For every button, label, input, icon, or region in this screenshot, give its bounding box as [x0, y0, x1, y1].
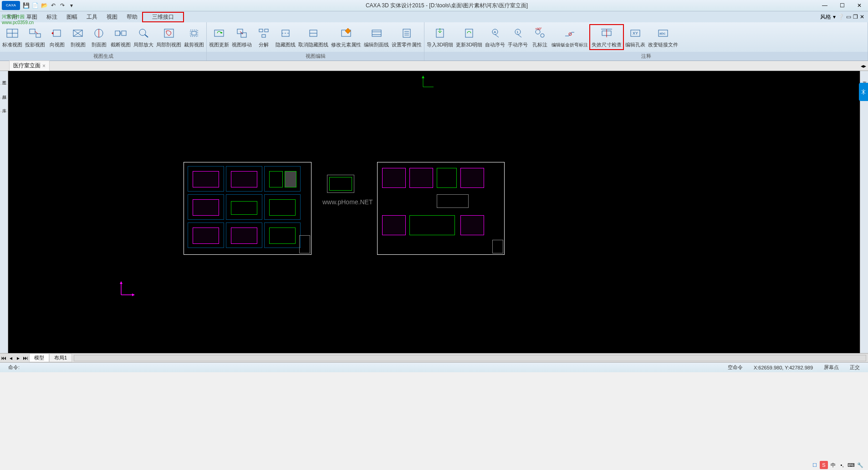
tab-view[interactable]: 视图 [102, 12, 122, 22]
save-icon[interactable]: 💾 [22, 1, 30, 10]
modify-attr-icon [339, 26, 353, 40]
direction-view-icon [50, 26, 64, 40]
hide-lines-button[interactable]: 隐藏图线 [274, 25, 297, 49]
ucs-origin-icon [117, 280, 136, 298]
tab-common[interactable]: 常用 [2, 12, 22, 22]
minimize-button[interactable]: — [818, 1, 832, 10]
nav-next-icon[interactable]: ▸ [15, 354, 22, 362]
change-link-button[interactable]: abc改变链接文件 [647, 25, 679, 49]
local-zoom-icon [136, 26, 151, 40]
svg-rect-14 [164, 29, 174, 37]
direction-view-button[interactable]: 向视图 [46, 25, 67, 49]
hole-dim-button[interactable]: +90°孔标注 [529, 25, 550, 49]
local-section-icon [162, 26, 176, 40]
drawing-sheet-2 [377, 162, 505, 255]
view-update-button[interactable]: 视图更新 [208, 25, 230, 49]
import-bom-button[interactable]: 导入3D明细 [425, 25, 454, 49]
left-tool-2[interactable]: 颜 [0, 85, 8, 98]
status-ortho[interactable]: 正交 [845, 364, 864, 371]
ribbon: 标准视图 投影视图 向视图 剖视图 剖面图 截断视图 局部放大 局部剖视图 裁剪… [0, 22, 868, 61]
style-dropdown-icon[interactable]: ▾ [833, 14, 836, 20]
svg-rect-16 [192, 31, 196, 35]
tab-tools[interactable]: 工具 [82, 12, 102, 22]
new-icon[interactable]: 📄 [31, 1, 39, 10]
redo-icon[interactable]: ↷ [58, 1, 66, 10]
ribbon-group-view-gen: 标准视图 投影视图 向视图 剖视图 剖面图 截断视图 局部放大 局部剖视图 裁剪… [0, 22, 207, 61]
break-view-button[interactable]: 截断视图 [109, 25, 132, 49]
invalid-dim-check-button[interactable]: 失效尺寸检查 [590, 25, 623, 49]
view-move-button[interactable]: 视图移动 [230, 25, 253, 49]
layout-tab-layout1[interactable]: 布局1 [49, 354, 72, 362]
part-attr-button[interactable]: 设置零件属性 [390, 25, 423, 49]
projection-view-button[interactable]: 投影视图 [24, 25, 46, 49]
manual-number-button[interactable]: 1手动序号 [506, 25, 529, 49]
open-icon[interactable]: 📂 [40, 1, 48, 10]
local-section-button[interactable]: 局部剖视图 [155, 25, 183, 49]
view-update-icon [212, 26, 226, 40]
mini-drawing [327, 175, 354, 193]
tab-3d-interface[interactable]: 三维接口 [142, 12, 184, 22]
layout-tab-model[interactable]: 模型 [29, 354, 49, 362]
section-plane-icon [92, 26, 106, 40]
svg-marker-59 [120, 281, 123, 284]
tab-sketch[interactable]: 草图 [22, 12, 42, 22]
close-button[interactable]: ✕ [853, 1, 866, 10]
svg-rect-15 [190, 30, 198, 36]
hole-dim-icon: +90° [532, 26, 547, 40]
auto-number-button[interactable]: A自动序号 [484, 25, 506, 49]
edit-hole-table-button[interactable]: XY编辑孔表 [624, 25, 647, 49]
svg-rect-4 [36, 34, 41, 37]
tab-frame[interactable]: 图幅 [62, 12, 82, 22]
hide-lines-icon [278, 26, 293, 40]
help-icon[interactable]: ❔ [837, 14, 844, 20]
local-zoom-button[interactable]: 局部放大 [132, 25, 155, 49]
status-screen-point[interactable]: 屏幕点 [819, 364, 843, 371]
horizontal-scrollbar[interactable] [74, 355, 866, 361]
svg-line-5 [35, 31, 38, 34]
style-label: 风格 [820, 13, 831, 21]
nav-prev-icon[interactable]: ◂ [7, 354, 15, 362]
crop-view-button[interactable]: 裁剪视图 [183, 25, 205, 49]
left-tool-3[interactable]: 库 [0, 98, 8, 112]
import-bom-icon [433, 26, 447, 40]
tab-annotation[interactable]: 标注 [42, 12, 62, 22]
svg-marker-56 [422, 76, 424, 78]
maximize-button[interactable]: ☐ [835, 1, 849, 10]
svg-rect-10 [115, 31, 120, 35]
section-view-button[interactable]: 剖视图 [67, 25, 88, 49]
standard-view-button[interactable]: 标准视图 [1, 25, 24, 49]
mdi-close-icon[interactable]: ✕ [860, 14, 864, 20]
drawing-viewport[interactable]: www.pHome.NET [8, 71, 860, 353]
svg-point-44 [541, 34, 544, 37]
invalid-dim-icon [599, 26, 614, 40]
explode-button[interactable]: 分解 [253, 25, 274, 49]
layout-nav: ⏮ ◂ ▸ ⏭ 模型 布局1 [0, 353, 868, 362]
part-attr-icon [399, 26, 414, 40]
manual-number-icon: 1 [511, 26, 525, 40]
tab-scroll-icon[interactable]: ◂▸ [861, 63, 868, 69]
nav-last-icon[interactable]: ⏭ [22, 354, 29, 362]
tab-help[interactable]: 帮助 [122, 12, 142, 22]
document-tab[interactable]: 医疗室立面 × [9, 61, 50, 71]
update-bom-icon [462, 26, 476, 40]
svg-point-12 [139, 29, 146, 35]
edit-hatch-button[interactable]: 编辑剖面线 [363, 25, 390, 49]
svg-text:XY: XY [633, 31, 638, 35]
side-flyout-handle[interactable] [859, 83, 868, 101]
undo-icon[interactable]: ↶ [49, 1, 57, 10]
left-tool-1[interactable]: 图 [0, 71, 8, 85]
change-link-icon: abc [656, 26, 670, 40]
svg-line-41 [518, 35, 521, 37]
edit-bend-button[interactable]: 编辑钣金折弯标注 [550, 25, 589, 49]
close-tab-icon[interactable]: × [42, 63, 46, 69]
nav-first-icon[interactable]: ⏮ [0, 354, 7, 362]
svg-text:A: A [494, 30, 496, 34]
mdi-restore-icon[interactable]: ❐ [853, 14, 858, 20]
update-bom-button[interactable]: 更新3D明细 [454, 25, 484, 49]
unhide-lines-button[interactable]: 取消隐藏图线 [297, 25, 330, 49]
modify-attr-button[interactable]: 修改元素属性 [330, 25, 363, 49]
qat-dropdown-icon[interactable]: ▾ [67, 1, 76, 10]
section-plane-button[interactable]: 剖面图 [88, 25, 109, 49]
window-title: CAXA 3D 实体设计2015 - [D:\tools\桌面\图片素材\河东\… [76, 2, 818, 10]
ribbon-min-icon[interactable]: ▭ [846, 14, 851, 20]
